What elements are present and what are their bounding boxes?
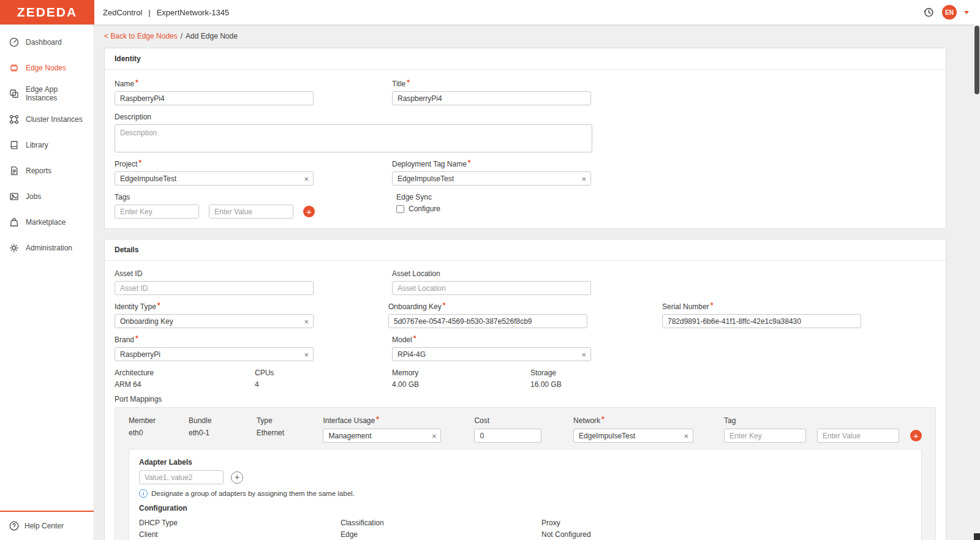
sidebar-item-label: Edge Nodes <box>26 64 66 72</box>
clear-icon[interactable]: × <box>304 174 309 182</box>
adapter-labels-hint-text: Designate a group of adapters by assigni… <box>151 490 355 497</box>
serial-number-input[interactable] <box>662 314 861 328</box>
zededa-logo[interactable]: ZEDEDA <box>0 0 94 24</box>
edge-sync-configure-checkbox[interactable] <box>396 205 404 213</box>
sidebar-item-edge-app-instances[interactable]: Edge App Instances <box>0 81 94 107</box>
onboarding-key-input[interactable] <box>388 314 587 328</box>
main-content: < Back to Edge Nodes / Add Edge Node Ide… <box>94 24 980 540</box>
sidebar-item-label: Cluster Instances <box>26 115 83 124</box>
proxy-label: Proxy <box>541 519 591 527</box>
gear-icon <box>9 242 20 253</box>
port-tag-key-input[interactable] <box>724 429 806 443</box>
sidebar-item-label: Marketplace <box>26 218 66 227</box>
sidebar-item-label: Administration <box>26 244 72 252</box>
identity-type-select[interactable]: × <box>115 314 314 328</box>
port-mappings-title: Port Mappings <box>115 395 936 403</box>
sidebar-item-label: Dashboard <box>26 38 62 47</box>
brand-input[interactable] <box>115 347 314 361</box>
sidebar-item-administration[interactable]: Administration <box>0 235 94 261</box>
chevron-down-icon[interactable] <box>964 11 969 14</box>
network-context: ExpertNetwork-1345 <box>157 8 230 17</box>
avatar[interactable]: EN <box>942 5 957 20</box>
add-adapter-label-button[interactable]: + <box>231 471 243 484</box>
model-label: Model <box>392 336 669 344</box>
info-icon: i <box>139 489 148 498</box>
add-port-mapping-button[interactable]: + <box>910 430 922 441</box>
model-select[interactable]: × <box>392 347 591 361</box>
app-context-title: ZedControl | ExpertNetwork-1345 <box>103 8 229 17</box>
dhcp-type-value: Client <box>139 530 341 539</box>
name-input[interactable] <box>115 91 314 105</box>
app-instances-icon <box>9 88 20 99</box>
port-tag-value-input[interactable] <box>817 429 899 443</box>
project-input[interactable] <box>115 171 314 186</box>
sidebar-item-marketplace[interactable]: Marketplace <box>0 209 94 235</box>
history-icon[interactable] <box>922 6 935 18</box>
network-select[interactable]: × <box>573 429 693 443</box>
sidebar-item-label: Reports <box>26 167 51 175</box>
clear-icon[interactable]: × <box>304 317 309 325</box>
interface-usage-input[interactable] <box>323 429 441 443</box>
project-select[interactable]: × <box>115 171 314 186</box>
cost-label: Cost <box>474 416 573 425</box>
breadcrumb: < Back to Edge Nodes / Add Edge Node <box>104 32 946 40</box>
configuration-row: DHCP Type Client Classification Edge Pro… <box>139 519 911 539</box>
breadcrumb-current: Add Edge Node <box>186 32 238 40</box>
help-center[interactable]: Help Center <box>0 512 94 540</box>
logo-text: ZEDEDA <box>17 5 77 20</box>
cost-input[interactable] <box>474 429 541 443</box>
brand-select[interactable]: × <box>115 347 314 361</box>
deployment-tag-select[interactable]: × <box>392 171 591 186</box>
classification-label: Classification <box>341 519 541 527</box>
details-card: Details Asset ID Asset Location Identity… <box>104 239 946 540</box>
brand-label: Brand <box>115 336 392 344</box>
breadcrumb-separator: / <box>181 32 183 40</box>
add-tag-button[interactable]: + <box>303 206 315 217</box>
interface-usage-select[interactable]: × <box>323 429 441 443</box>
sidebar-item-jobs[interactable]: Jobs <box>0 184 94 209</box>
clear-icon[interactable]: × <box>581 350 586 358</box>
top-bar: ZEDEDA ZedControl | ExpertNetwork-1345 E… <box>0 0 980 24</box>
architecture-value: ARM 64 <box>115 380 255 389</box>
sidebar-item-reports[interactable]: Reports <box>0 158 94 184</box>
port-mappings-box: Member eth0 Bundle eth0-1 Type Ethernet … <box>115 407 936 540</box>
member-label: Member <box>129 416 189 425</box>
sidebar-item-label: Jobs <box>26 192 41 201</box>
classification-value: Edge <box>341 530 541 539</box>
name-label: Name <box>115 80 392 88</box>
sidebar-item-dashboard[interactable]: Dashboard <box>0 29 94 55</box>
network-label: Network <box>573 416 724 425</box>
network-input[interactable] <box>573 429 693 443</box>
tag-key-input[interactable] <box>115 204 199 219</box>
sidebar-item-cluster-instances[interactable]: Cluster Instances <box>0 107 94 132</box>
library-icon <box>9 140 20 151</box>
back-to-edge-nodes-link[interactable]: < Back to Edge Nodes <box>104 32 178 40</box>
details-section-title: Details <box>105 239 946 261</box>
title-input[interactable] <box>392 91 591 105</box>
configuration-title: Configuration <box>139 504 911 512</box>
description-input[interactable] <box>115 124 592 152</box>
clear-icon[interactable]: × <box>432 432 437 440</box>
sidebar-item-library[interactable]: Library <box>0 132 94 158</box>
sidebar-item-label: Library <box>26 141 48 149</box>
title-separator: | <box>148 8 150 17</box>
app-title: ZedControl <box>103 8 142 17</box>
clear-icon[interactable]: × <box>304 350 309 358</box>
deployment-tag-input[interactable] <box>392 171 591 186</box>
clear-icon[interactable]: × <box>581 174 586 182</box>
identity-section-title: Identity <box>105 48 946 70</box>
tag-value-input[interactable] <box>209 204 293 219</box>
asset-id-input[interactable] <box>115 281 314 295</box>
sidebar-item-edge-nodes[interactable]: Edge Nodes <box>0 55 94 81</box>
storage-value: 16.00 GB <box>530 380 562 389</box>
adapter-config-card: Adapter Labels + i Designate a group of … <box>129 449 922 540</box>
scrollbar-thumb[interactable] <box>974 26 979 94</box>
identity-type-input[interactable] <box>115 314 314 328</box>
model-input[interactable] <box>392 347 591 361</box>
adapter-labels-title: Adapter Labels <box>139 458 911 467</box>
adapter-labels-input[interactable] <box>139 470 224 484</box>
sidebar: Dashboard Edge Nodes Edge App Instances … <box>0 24 94 540</box>
clear-icon[interactable]: × <box>684 432 688 440</box>
scrollbar[interactable] <box>974 24 980 540</box>
asset-location-input[interactable] <box>392 281 591 295</box>
